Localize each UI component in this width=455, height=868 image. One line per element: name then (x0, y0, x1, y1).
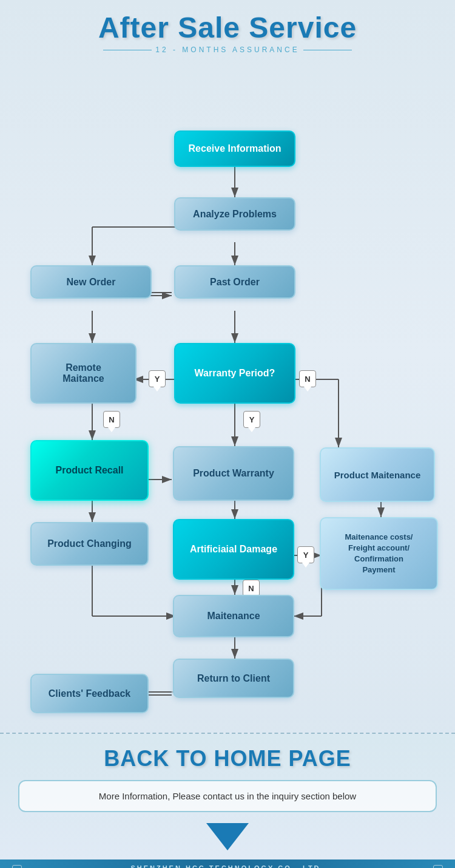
maitenance-costs-box: Maitenance costs/ Freight account/ Confi… (320, 517, 438, 590)
n-label-remote: N (103, 411, 120, 428)
header-subtitle: 12 - MONTHS ASSURANCE (0, 46, 455, 54)
n-label-warranty: N (299, 370, 316, 387)
flowchart: Receive Information Analyze Problems New… (0, 59, 455, 727)
product-maitenance-box: Product Maitenance (320, 447, 435, 502)
header: After Sale Service 12 - MONTHS ASSURANCE (0, 0, 455, 59)
artificial-damage-box: Artificiaial Damage (173, 519, 294, 580)
back-home-title[interactable]: BACK TO HOME PAGE (18, 746, 437, 771)
y-label-artificial: Y (297, 546, 314, 563)
page-wrapper: After Sale Service 12 - MONTHS ASSURANCE (0, 0, 455, 868)
footer-icon-left (12, 865, 22, 868)
down-arrow-icon (206, 823, 249, 850)
return-to-client-box: Return to Client (173, 659, 294, 698)
remote-maitance-box: Remote Maitance (30, 343, 136, 404)
product-changing-box: Product Changing (30, 522, 149, 566)
past-order-box: Past Order (174, 265, 295, 299)
footer-company: SHENZHEN HCC TECHNOLOGY CO., LTD. (130, 864, 324, 868)
new-order-box: New Order (30, 265, 152, 299)
product-recall-box: Product Recall (30, 440, 149, 501)
analyze-problems-box: Analyze Problems (174, 197, 295, 231)
warranty-period-box: Warranty Period? (174, 343, 295, 404)
footer-icon-right (433, 865, 443, 868)
n-label-artificial: N (243, 580, 260, 597)
footer: SHENZHEN HCC TECHNOLOGY CO., LTD. (0, 860, 455, 868)
page-title: After Sale Service (0, 11, 455, 44)
clients-feedback-box: Clients' Feedback (30, 674, 149, 713)
receive-info-box: Receive Information (174, 131, 295, 167)
y-label-warranty: Y (149, 370, 166, 387)
bottom-section: BACK TO HOME PAGE More Information, Plea… (0, 733, 455, 860)
info-box: More Information, Please contact us in t… (18, 780, 437, 812)
product-warranty-box: Product Warranty (173, 446, 294, 501)
y-label-warranty-down: Y (243, 411, 260, 428)
maitenance-box: Maitenance (173, 595, 294, 637)
